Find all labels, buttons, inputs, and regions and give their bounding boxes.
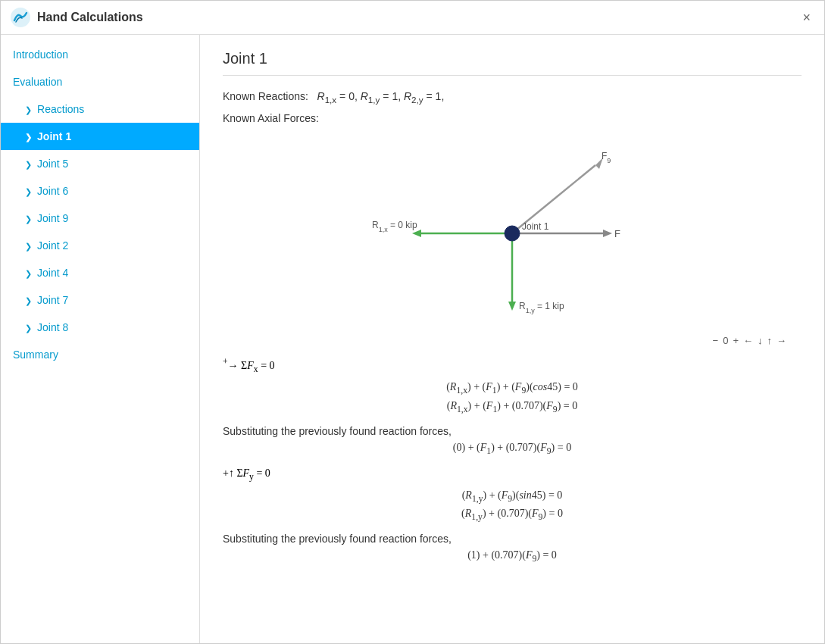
svg-text:F9: F9 (602, 151, 611, 164)
sidebar-item-label: Joint 6 (37, 185, 68, 197)
chevron-icon: ❯ (25, 269, 34, 278)
toolbar-plus[interactable]: + (733, 335, 739, 346)
diagram-svg: R1,x = 0 kip F F9 R1,y = 1 kip Join (300, 135, 724, 332)
subst-text-2: Substituting the previously found reacti… (223, 533, 802, 545)
sum-fx-section: +→ ΣFx = 0 (223, 357, 802, 374)
known-reactions-line: Known Reactions: R1,x = 0, R1,y = 1, R2,… (223, 88, 802, 107)
chevron-icon: ❯ (25, 242, 34, 251)
known-reactions-label: Known Reactions: (223, 90, 308, 102)
diagram-toolbar: − 0 + ← ↓ ↑ → (223, 335, 802, 346)
skyciv-logo (10, 7, 31, 28)
sidebar-item-label: Joint 8 (37, 321, 68, 333)
sidebar-item-label: Joint 2 (37, 239, 68, 252)
sidebar-item-label: Evaluation (13, 76, 62, 88)
sidebar-item-joint6[interactable]: ❯ Joint 6 (1, 177, 199, 205)
eq-subst-1: (0) + (F1) + (0.707)(F9) = 0 (223, 442, 802, 456)
sidebar-item-joint4[interactable]: ❯ Joint 4 (1, 259, 199, 286)
sidebar-item-label: Introduction (13, 48, 68, 61)
svg-text:R1,y = 1 kip: R1,y = 1 kip (519, 301, 564, 314)
sidebar-item-joint9[interactable]: ❯ Joint 9 (1, 205, 199, 232)
eq-fx-2: (R1,x) + (F1) + (0.707)(F9) = 0 (223, 400, 802, 414)
chevron-icon: ❯ (25, 105, 34, 114)
sidebar-item-evaluation[interactable]: Evaluation (1, 68, 199, 95)
sidebar-item-label: Joint 4 (37, 267, 68, 279)
sidebar-item-label: Joint 5 (37, 158, 68, 170)
sidebar-item-label: Summary (13, 349, 58, 361)
eq-subst-2: (1) + (0.707)(F9) = 0 (223, 549, 802, 564)
svg-marker-5 (603, 230, 612, 237)
known-axial-label: Known Axial Forces: (223, 110, 802, 127)
sum-fy-section: +↑ ΣFy = 0 (223, 467, 802, 482)
svg-text:F: F (614, 228, 620, 239)
sidebar-item-label: Joint 1 (37, 130, 71, 142)
subst-text-1: Substituting the previously found reacti… (223, 425, 802, 437)
toolbar-right[interactable]: → (777, 335, 786, 346)
toolbar-zero[interactable]: 0 (723, 335, 728, 346)
chevron-icon: ❯ (25, 324, 34, 333)
chevron-icon: ❯ (25, 296, 34, 305)
page-title: Hand Calculations (37, 11, 143, 24)
sidebar-item-joint1[interactable]: ❯ Joint 1 (1, 123, 199, 150)
svg-text:Joint 1: Joint 1 (522, 221, 549, 232)
svg-marker-2 (412, 230, 421, 237)
sidebar-item-reactions[interactable]: ❯ Reactions (1, 95, 199, 123)
close-button[interactable]: × (798, 8, 815, 27)
joint-diagram: R1,x = 0 kip F F9 R1,y = 1 kip Join (300, 135, 724, 332)
sidebar-item-summary[interactable]: Summary (1, 341, 199, 368)
svg-text:R1,x = 0 kip: R1,x = 0 kip (372, 220, 417, 233)
toolbar-up[interactable]: ↑ (767, 335, 773, 346)
sidebar-item-joint2[interactable]: ❯ Joint 2 (1, 232, 199, 259)
eq-fx-1: (R1,x) + (F1) + (F9)(cos45) = 0 (223, 381, 802, 395)
sidebar-item-joint5[interactable]: ❯ Joint 5 (1, 150, 199, 177)
sidebar-item-joint8[interactable]: ❯ Joint 8 (1, 314, 199, 341)
chevron-icon: ❯ (25, 133, 34, 142)
chevron-icon: ❯ (25, 160, 34, 169)
content-area: Joint 1 Known Reactions: R1,x = 0, R1,y … (200, 35, 824, 643)
toolbar-down[interactable]: ↓ (758, 335, 763, 346)
chevron-icon: ❯ (25, 214, 34, 224)
svg-marker-11 (508, 302, 516, 311)
sum-fx-label: +→ ΣFx = 0 (223, 360, 275, 371)
svg-point-13 (505, 226, 520, 241)
sidebar-item-introduction[interactable]: Introduction (1, 41, 199, 68)
eq-fy-1: (R1,y) + (F9)(sin45) = 0 (223, 489, 802, 504)
title-bar: Hand Calculations × (1, 1, 824, 35)
main-area: IntroductionEvaluation❯ Reactions❯ Joint… (1, 35, 824, 643)
eq-fy-2: (R1,y) + (0.707)(F9) = 0 (223, 508, 802, 522)
toolbar-minus[interactable]: − (713, 335, 719, 346)
sidebar-item-label: Joint 7 (37, 294, 68, 306)
chevron-icon: ❯ (25, 187, 34, 196)
sidebar-item-label: Reactions (37, 103, 84, 115)
section-title: Joint 1 (223, 50, 802, 76)
known-reactions-formula: R1,x = 0, R1,y = 1, R2,y = 1, (317, 90, 445, 102)
sidebar-item-joint7[interactable]: ❯ Joint 7 (1, 286, 199, 314)
sidebar: IntroductionEvaluation❯ Reactions❯ Joint… (1, 35, 200, 643)
sum-fy-label: +↑ ΣFy = 0 (223, 467, 270, 479)
toolbar-left[interactable]: ← (743, 335, 753, 346)
sidebar-item-label: Joint 9 (37, 212, 68, 224)
